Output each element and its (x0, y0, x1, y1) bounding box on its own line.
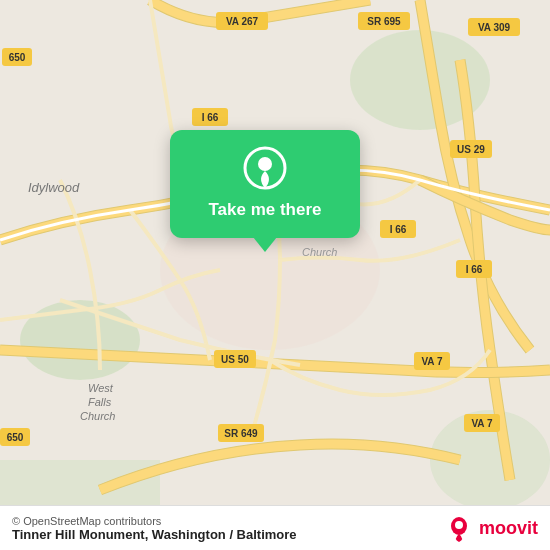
svg-text:VA 309: VA 309 (478, 22, 511, 33)
map-container: VA 267 SR 695 VA 309 650 I 66 US 29 I 66… (0, 0, 550, 550)
location-name: Tinner Hill Monument, Washington / Balti… (12, 527, 297, 542)
moovit-logo: moovit (445, 514, 538, 542)
svg-text:I 66: I 66 (390, 224, 407, 235)
svg-point-37 (258, 157, 272, 171)
svg-text:650: 650 (7, 432, 24, 443)
svg-text:Church: Church (302, 246, 337, 258)
svg-text:US 50: US 50 (221, 354, 249, 365)
svg-text:VA 267: VA 267 (226, 16, 259, 27)
svg-text:Idylwood: Idylwood (28, 180, 80, 195)
svg-point-39 (455, 521, 463, 529)
svg-text:VA 7: VA 7 (421, 356, 443, 367)
svg-text:SR 649: SR 649 (224, 428, 258, 439)
navigation-callout[interactable]: Take me there (170, 130, 360, 238)
bottom-bar: © OpenStreetMap contributors Tinner Hill… (0, 505, 550, 550)
svg-text:West: West (88, 382, 114, 394)
svg-text:SR 695: SR 695 (367, 16, 401, 27)
svg-text:I 66: I 66 (466, 264, 483, 275)
svg-text:Falls: Falls (88, 396, 112, 408)
moovit-brand-text: moovit (479, 518, 538, 539)
location-pin-icon (243, 146, 287, 190)
svg-text:US 29: US 29 (457, 144, 485, 155)
moovit-pin-icon (445, 514, 473, 542)
map-roads-svg: VA 267 SR 695 VA 309 650 I 66 US 29 I 66… (0, 0, 550, 550)
bottom-left-info: © OpenStreetMap contributors Tinner Hill… (12, 515, 297, 542)
osm-credit: © OpenStreetMap contributors (12, 515, 297, 527)
take-me-there-label: Take me there (208, 200, 321, 220)
svg-text:650: 650 (9, 52, 26, 63)
svg-text:I 66: I 66 (202, 112, 219, 123)
svg-text:VA 7: VA 7 (471, 418, 493, 429)
svg-text:Church: Church (80, 410, 115, 422)
